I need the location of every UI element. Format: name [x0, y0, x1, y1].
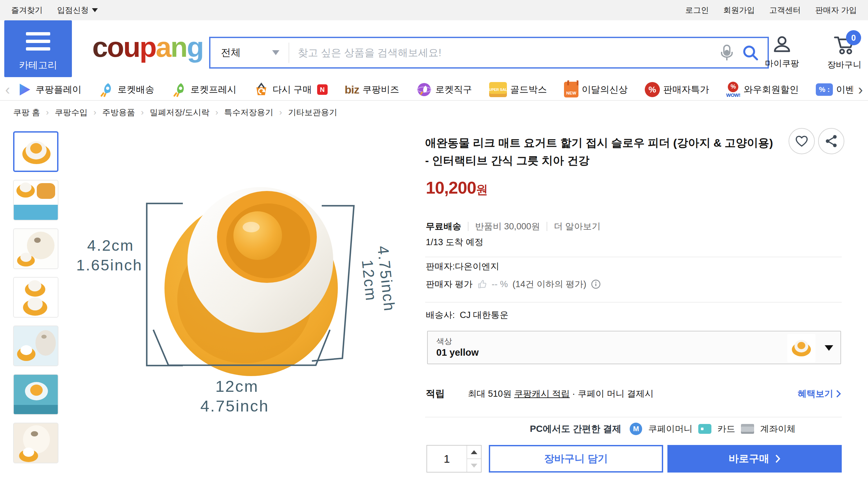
logo-letter: g [187, 31, 203, 63]
search-input[interactable] [289, 47, 720, 59]
rocket-blue-icon [98, 82, 114, 97]
benefit-link[interactable]: 혜택보기 [798, 388, 841, 400]
breadcrumb-home[interactable]: 쿠팡 홈 [13, 107, 40, 118]
search-icon[interactable] [742, 44, 759, 61]
coupay-money-label: 쿠페이머니 [648, 423, 692, 435]
nav-item-seller-deals[interactable]: % 판매자특가 [645, 82, 709, 97]
courier-label: 배송사: [426, 310, 455, 320]
free-shipping-label: 무료배송 [426, 221, 461, 232]
open-store-label: 입점신청 [57, 5, 89, 15]
breadcrumb-item[interactable]: 주방용품 [102, 107, 135, 118]
play-icon [17, 82, 32, 97]
info-icon[interactable] [591, 279, 601, 289]
nav-item-gold-box[interactable]: SUPER SALE 골드박스 [489, 82, 547, 97]
logo-letter: a [156, 31, 170, 63]
my-coupang-button[interactable]: 마이쿠팡 [760, 35, 804, 70]
login-link[interactable]: 로그인 [685, 5, 709, 15]
left-dim-cm: 4.2cm [87, 236, 134, 254]
arrow-down-icon [471, 464, 477, 467]
thumbnail-1-selected[interactable] [13, 131, 58, 172]
courier-value: CJ 대한통운 [460, 310, 509, 320]
search-scope-value: 전체 [221, 46, 241, 59]
nav-label: 판매자특가 [663, 83, 709, 96]
pet-slow-feeder-bowl [164, 187, 338, 376]
customer-center-link[interactable]: 고객센터 [769, 5, 801, 15]
nav-label: 쿠팡플레이 [35, 83, 82, 96]
breadcrumb-item[interactable]: 기타보관용기 [288, 107, 337, 118]
shopping-bag-new-icon: NEW [564, 82, 579, 97]
coupang-product-page: 즐겨찾기 입점신청 로그인 회원가입 고객센터 판매자 가입 카테고리 coup… [0, 0, 868, 485]
cart-label: 장바구니 [827, 59, 862, 70]
divider [425, 417, 842, 417]
category-label: 카테고리 [4, 59, 72, 72]
quantity-increase-button[interactable] [467, 446, 481, 459]
nav-label: 쿠팡비즈 [363, 83, 399, 96]
reward-dot: · [572, 389, 575, 399]
card-icon [698, 424, 711, 434]
nav-item-rocket-direct[interactable]: 로켓직구 [416, 82, 472, 97]
nav-item-new-this-month[interactable]: NEW 이달의신상 [564, 82, 628, 97]
bank-transfer-icon [741, 424, 754, 434]
thumbnail-3[interactable] [13, 228, 58, 269]
price-unit: 원 [476, 183, 488, 196]
main-product-image[interactable]: 4.2cm 1.65inch 4.75inch 12cm 12cm 4.75in… [74, 129, 423, 485]
breadcrumb-sep: › [215, 107, 218, 118]
new-badge: N [317, 84, 328, 95]
learn-more-link[interactable]: 더 알아보기 [554, 221, 601, 232]
breadcrumb-item[interactable]: 특수저장용기 [224, 107, 274, 118]
wishlist-button[interactable] [788, 128, 815, 154]
nav-item-buy-again[interactable]: 다시 구매 N [253, 82, 328, 97]
thumbnail-2[interactable] [13, 180, 58, 221]
chevron-down-icon [825, 345, 833, 351]
signup-link[interactable]: 회원가입 [723, 5, 755, 15]
microphone-icon[interactable] [720, 44, 734, 62]
nav-item-wow-discount[interactable]: % WOW! 와우회원할인 [726, 82, 799, 98]
nav-scroll-right[interactable]: › [853, 82, 868, 98]
breadcrumb-item[interactable]: 밀폐저장/도시락 [150, 107, 210, 118]
breadcrumb-item[interactable]: 쿠팡수입 [55, 107, 88, 118]
nav-label: 이벤트/쿠폰 [836, 83, 853, 96]
percent-badge-icon: % [645, 82, 660, 97]
category-menu-button[interactable]: 카테고리 [4, 20, 72, 77]
breadcrumb: 쿠팡 홈› 쿠팡수입› 주방용품› 밀폐저장/도시락› 특수저장용기› 기타보관… [13, 107, 337, 118]
quantity-decrease-button[interactable] [467, 459, 481, 472]
add-to-cart-button[interactable]: 장바구니 담기 [489, 445, 663, 473]
cart-count-badge: 0 [846, 30, 861, 45]
quantity-value[interactable]: 1 [427, 446, 466, 472]
thumbnail-4[interactable] [13, 277, 58, 318]
rating-label: 판매자 평가 [426, 278, 473, 290]
bank-transfer-label: 계좌이체 [760, 423, 796, 435]
share-button[interactable] [818, 128, 844, 154]
nav-item-rocket-delivery[interactable]: 로켓배송 [98, 82, 154, 97]
nav-item-rocket-fresh[interactable]: 로켓프레시 [172, 82, 236, 97]
rating-note: (14건 이하의 평가) [513, 278, 586, 290]
breadcrumb-sep: › [46, 107, 49, 118]
nav-item-coupang-biz[interactable]: biz 쿠팡비즈 [345, 83, 399, 96]
logo-letter: o [107, 31, 123, 63]
seller-signup-link[interactable]: 판매자 가입 [815, 5, 857, 15]
product-price: 10,200원 [426, 178, 488, 198]
thumbs-up-icon [477, 279, 487, 289]
coupang-cash-link[interactable]: 쿠팡캐시 적립 [514, 388, 570, 400]
cart-button[interactable]: 0 장바구니 [823, 35, 866, 70]
open-store-link[interactable]: 입점신청 [57, 5, 98, 15]
globe-rocket-icon [416, 82, 432, 97]
search-bar: 전체 [209, 37, 769, 69]
thumbnail-7[interactable] [13, 423, 58, 463]
nav-scroll-left[interactable]: ‹ [0, 82, 15, 98]
reward-condition: 쿠페이 머니 결제시 [578, 388, 654, 400]
logo-letter: c [92, 31, 107, 63]
nav-item-coupang-play[interactable]: 쿠팡플레이 [17, 82, 82, 97]
logo-letter: u [123, 31, 140, 63]
price-value: 10,200 [426, 178, 476, 197]
favorites-link[interactable]: 즐겨찾기 [11, 5, 43, 15]
thumbnail-5[interactable] [13, 325, 58, 366]
nav-item-event-coupon[interactable]: % : 이벤트/쿠폰 [816, 83, 853, 96]
buy-now-button[interactable]: 바로구매 [668, 445, 842, 473]
coupang-logo[interactable]: coupang [92, 33, 203, 61]
thumbnail-6[interactable] [13, 374, 58, 415]
color-option-dropdown[interactable]: 색상 01 yellow [427, 331, 841, 364]
chevron-down-icon [272, 50, 279, 55]
search-scope-dropdown[interactable]: 전체 [211, 38, 288, 67]
nav-label: 로켓배송 [118, 83, 154, 96]
